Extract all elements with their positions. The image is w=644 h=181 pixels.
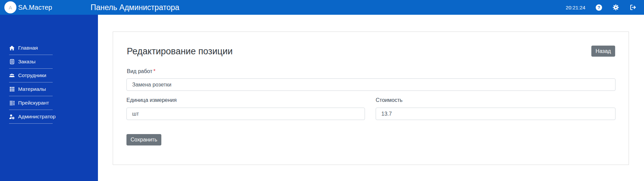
sidebar-item-label: Главная bbox=[18, 45, 38, 51]
unit-input[interactable] bbox=[126, 108, 365, 120]
settings-gear-icon bbox=[612, 4, 619, 11]
sidebar-divider bbox=[9, 123, 53, 124]
sidebar-item-home[interactable]: Главная bbox=[0, 41, 98, 55]
help-button[interactable]: ? bbox=[596, 4, 602, 11]
admin-user-gear-icon bbox=[9, 114, 15, 120]
avatar: A bbox=[4, 1, 16, 13]
unit-label: Единица измерения bbox=[126, 97, 177, 103]
page-title: Панель Администратора bbox=[91, 0, 179, 15]
help-icon: ? bbox=[596, 4, 602, 11]
back-button[interactable]: Назад bbox=[591, 46, 615, 57]
home-icon bbox=[9, 45, 15, 51]
work-type-input[interactable] bbox=[126, 78, 615, 91]
sidebar-item-materials[interactable]: Материалы bbox=[0, 82, 98, 96]
work-type-label: Вид работ* bbox=[127, 68, 155, 74]
work-type-label-text: Вид работ bbox=[127, 68, 152, 74]
save-button[interactable]: Сохранить bbox=[126, 134, 161, 145]
required-asterisk: * bbox=[153, 68, 155, 74]
pricelist-icon bbox=[9, 100, 15, 106]
cost-label: Стоимость bbox=[376, 97, 402, 103]
sidebar-item-employees[interactable]: Сотрудники bbox=[0, 69, 98, 82]
sidebar-item-label: Материалы bbox=[18, 86, 46, 92]
sidebar-item-label: Сотрудники bbox=[18, 72, 46, 78]
app-logo: A SA.Мастер bbox=[4, 0, 52, 15]
materials-grid-icon bbox=[9, 86, 15, 92]
sidebar-item-pricelist[interactable]: Прейскурант bbox=[0, 96, 98, 110]
header-actions: 20:21:24 ? bbox=[566, 0, 636, 15]
clock: 20:21:24 bbox=[566, 5, 585, 10]
app-logo-text: SA.Мастер bbox=[18, 4, 52, 11]
sidebar-item-admin[interactable]: Администратор bbox=[0, 110, 98, 123]
sidebar-item-label: Администратор bbox=[18, 114, 56, 120]
sidebar: Главная Заказы Сотрудники bbox=[0, 15, 98, 181]
sidebar-item-label: Прейскурант bbox=[18, 100, 49, 106]
orders-document-icon bbox=[9, 59, 15, 65]
app-header: A SA.Мастер Панель Администратора 20:21:… bbox=[0, 0, 644, 15]
edit-position-card: Редактирование позиции Назад Вид работ* … bbox=[113, 32, 629, 165]
cost-input[interactable] bbox=[376, 108, 615, 120]
card-heading: Редактирование позиции bbox=[127, 46, 233, 57]
sidebar-item-orders[interactable]: Заказы bbox=[0, 55, 98, 68]
settings-button[interactable] bbox=[612, 4, 619, 11]
logout-icon bbox=[630, 4, 636, 11]
employees-users-icon bbox=[9, 73, 15, 78]
sidebar-item-label: Заказы bbox=[18, 59, 36, 65]
logout-button[interactable] bbox=[630, 4, 636, 11]
